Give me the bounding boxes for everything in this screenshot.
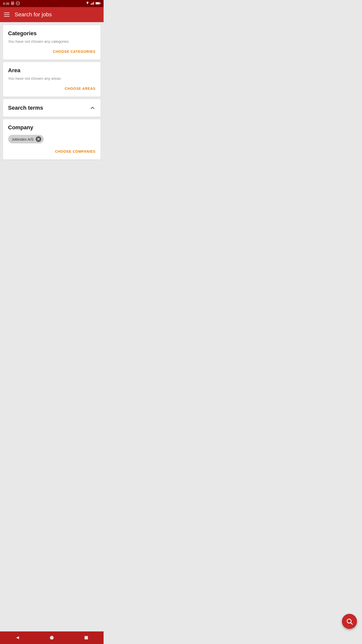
time: 9:36 xyxy=(3,2,9,6)
area-subtitle: You have not chosen any areas xyxy=(8,76,96,80)
svg-rect-6 xyxy=(91,4,91,5)
svg-rect-3 xyxy=(12,3,13,4)
svg-rect-1 xyxy=(12,3,12,3)
categories-card: Categories You have not chosen any categ… xyxy=(3,25,101,60)
status-bar-left: 9:36 xyxy=(3,1,20,6)
choose-categories-button[interactable]: CHOOSE CATEGORIES xyxy=(53,49,96,55)
menu-button[interactable] xyxy=(4,13,10,17)
area-title: Area xyxy=(8,67,96,74)
sim-icon xyxy=(11,2,14,6)
area-card: Area You have not chosen any areas CHOOS… xyxy=(3,62,101,97)
svg-rect-12 xyxy=(100,3,101,4)
svg-rect-7 xyxy=(92,3,92,5)
signal-icon xyxy=(91,2,94,6)
do-not-disturb-icon xyxy=(16,1,20,6)
chevron-up-icon xyxy=(89,105,96,111)
categories-action: CHOOSE CATEGORIES xyxy=(8,49,96,55)
company-card: Company Jobindex A/S CHOOSE COMPANIES xyxy=(3,119,101,159)
company-title: Company xyxy=(8,124,96,131)
area-action: CHOOSE AREAS xyxy=(8,86,96,92)
company-chips: Jobindex A/S xyxy=(8,135,96,143)
chip-label: Jobindex A/S xyxy=(12,137,34,141)
app-bar: Search for jobs xyxy=(0,7,104,22)
status-bar: 9:36 xyxy=(0,0,104,7)
page-title: Search for jobs xyxy=(15,11,52,18)
menu-line-2 xyxy=(4,14,10,15)
svg-rect-0 xyxy=(12,2,14,5)
svg-rect-11 xyxy=(96,2,99,4)
content-area: Categories You have not chosen any categ… xyxy=(0,22,104,163)
search-terms-title: Search terms xyxy=(8,105,43,111)
chip-remove-button[interactable] xyxy=(36,136,41,142)
choose-areas-button[interactable]: CHOOSE AREAS xyxy=(65,86,96,92)
battery-icon xyxy=(96,2,101,6)
choose-companies-button[interactable]: CHOOSE COMPANIES xyxy=(55,148,96,154)
status-bar-right xyxy=(85,2,101,6)
search-terms-card: Search terms xyxy=(3,99,101,117)
categories-subtitle: You have not chosen any categories xyxy=(8,39,96,44)
company-action: CHOOSE COMPANIES xyxy=(8,148,96,154)
svg-rect-2 xyxy=(13,3,13,3)
svg-rect-8 xyxy=(93,3,93,5)
search-terms-header[interactable]: Search terms xyxy=(3,99,101,117)
categories-title: Categories xyxy=(8,30,96,37)
menu-line-3 xyxy=(4,16,10,17)
wifi-icon xyxy=(85,2,89,6)
menu-line-1 xyxy=(4,13,10,13)
svg-rect-9 xyxy=(94,2,94,5)
company-chip-jobindex: Jobindex A/S xyxy=(8,135,44,143)
